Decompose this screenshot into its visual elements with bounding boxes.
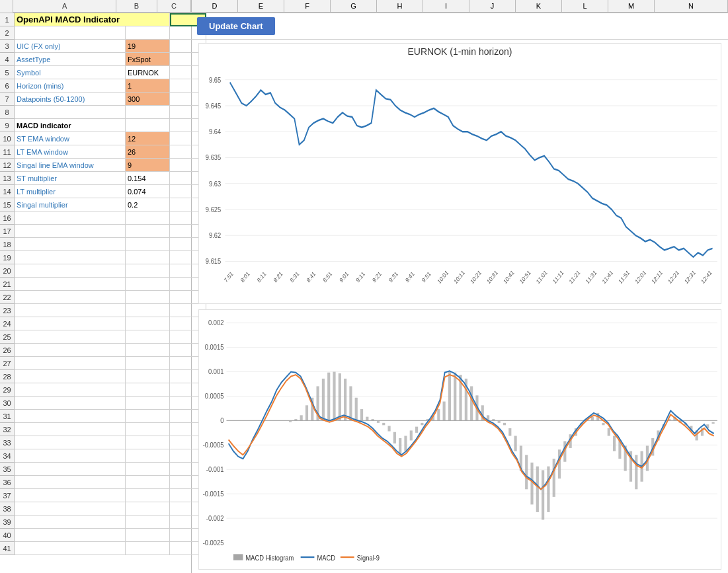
datapoints-value[interactable]: 300: [126, 93, 170, 106]
row-32: 32: [0, 423, 15, 436]
symbol-label: Symbol: [15, 66, 126, 79]
asset-type-value[interactable]: FxSpot: [126, 53, 170, 66]
svg-rect-74: [333, 371, 335, 420]
svg-rect-69: [305, 405, 308, 420]
lt-ema-value[interactable]: 26: [126, 145, 170, 159]
col-header-g: G: [331, 0, 377, 13]
svg-text:-0.0015: -0.0015: [203, 490, 224, 498]
svg-rect-72: [322, 378, 325, 420]
row-35-cells: [15, 463, 206, 476]
r33-b: [126, 436, 170, 449]
row-18: 18: [0, 238, 15, 251]
row-30: 30: [0, 397, 15, 410]
row-21-cells: [15, 278, 206, 291]
r29-a: [15, 383, 126, 397]
title-cell[interactable]: OpenAPI MACD Indicator: [15, 13, 170, 26]
row-26-cells: [15, 344, 206, 357]
r2-b: [126, 26, 170, 40]
svg-rect-113: [547, 466, 549, 512]
svg-text:9.645: 9.645: [206, 101, 221, 110]
row-29-cells: [15, 383, 206, 397]
row-23-cells: [15, 304, 206, 317]
r22-b: [126, 291, 170, 304]
r24-a: [15, 317, 126, 330]
col-header-c: C: [157, 0, 191, 13]
svg-text:9:01: 9:01: [339, 270, 350, 284]
horizon-value[interactable]: 1: [126, 79, 170, 93]
svg-rect-87: [404, 436, 407, 451]
row-39-cells: [15, 516, 206, 529]
svg-rect-112: [542, 470, 544, 519]
row-11-cells: LT EMA window 26: [15, 145, 206, 159]
svg-text:-0.0005: -0.0005: [203, 441, 224, 449]
svg-text:0.001: 0.001: [208, 367, 224, 375]
signal-ema-value[interactable]: 9: [126, 159, 170, 172]
row-15-cells: Singal multiplier 0.2: [15, 198, 206, 211]
row-4: 4: [0, 53, 15, 66]
svg-text:-0.001: -0.001: [206, 465, 224, 473]
r41-a: [15, 542, 126, 555]
r22-a: [15, 291, 126, 304]
svg-rect-144: [233, 554, 243, 560]
r39-b: [126, 516, 170, 529]
row-32-cells: [15, 423, 206, 436]
r23-a: [15, 304, 126, 317]
row-11: 11: [0, 145, 15, 159]
r31-a: [15, 410, 126, 423]
r31-b: [126, 410, 170, 423]
svg-text:11:41: 11:41: [601, 269, 614, 286]
row-9-cells: MACD indicator: [15, 119, 206, 132]
horizon-label: Horizon (mins): [15, 79, 126, 93]
r41-b: [126, 542, 170, 555]
row-19-cells: [15, 251, 206, 264]
row-41: 41: [0, 542, 15, 555]
st-mult-label: ST multiplier: [15, 172, 126, 185]
r27-a: [15, 357, 126, 370]
svg-text:10:11: 10:11: [453, 269, 466, 286]
svg-rect-103: [492, 419, 495, 420]
row-27: 27: [0, 357, 15, 370]
r34-b: [126, 449, 170, 463]
update-chart-button[interactable]: Update Chart: [197, 17, 275, 35]
signal-mult-value: 0.2: [126, 198, 170, 211]
svg-text:8:11: 8:11: [256, 270, 267, 284]
svg-rect-106: [508, 428, 511, 436]
uic-value[interactable]: 19: [126, 40, 170, 53]
row-13: 13: [0, 172, 15, 185]
svg-rect-80: [366, 416, 368, 420]
col-header-k: K: [516, 0, 562, 13]
r29-b: [126, 383, 170, 397]
svg-text:10:41: 10:41: [502, 269, 515, 286]
svg-rect-124: [608, 428, 610, 436]
svg-text:9:41: 9:41: [404, 270, 415, 284]
r17-a: [15, 225, 126, 238]
price-chart-svg: 9.65 9.645 9.64 9.635 9.63 9.625 9.62 9.…: [199, 58, 721, 318]
svg-text:11:51: 11:51: [618, 269, 631, 286]
macd-section-label: MACD indicator: [15, 119, 126, 132]
row-33-cells: [15, 436, 206, 449]
svg-rect-73: [327, 372, 330, 420]
svg-rect-90: [421, 422, 423, 424]
st-ema-value[interactable]: 12: [126, 132, 170, 145]
svg-rect-93: [437, 409, 440, 420]
row-8-cells: [15, 106, 206, 119]
row-24: 24: [0, 317, 15, 330]
svg-text:9.625: 9.625: [206, 205, 221, 213]
r30-b: [126, 397, 170, 410]
r8-b: [126, 106, 170, 119]
svg-text:9.62: 9.62: [209, 231, 221, 239]
row-7-cells: Datapoints (50-1200) 300: [15, 93, 206, 106]
col-header-m: M: [608, 0, 655, 13]
svg-rect-68: [300, 415, 303, 420]
row-14: 14: [0, 185, 15, 198]
row-6: 6: [0, 79, 15, 93]
symbol-value[interactable]: EURNOK: [126, 66, 170, 79]
r26-b: [126, 344, 170, 357]
r18-a: [15, 238, 126, 251]
row-25: 25: [0, 330, 15, 344]
row-3: 3: [0, 40, 15, 53]
svg-rect-143: [712, 422, 715, 423]
svg-text:12:01: 12:01: [634, 269, 647, 286]
svg-rect-105: [503, 422, 506, 424]
row-25-cells: [15, 330, 206, 344]
